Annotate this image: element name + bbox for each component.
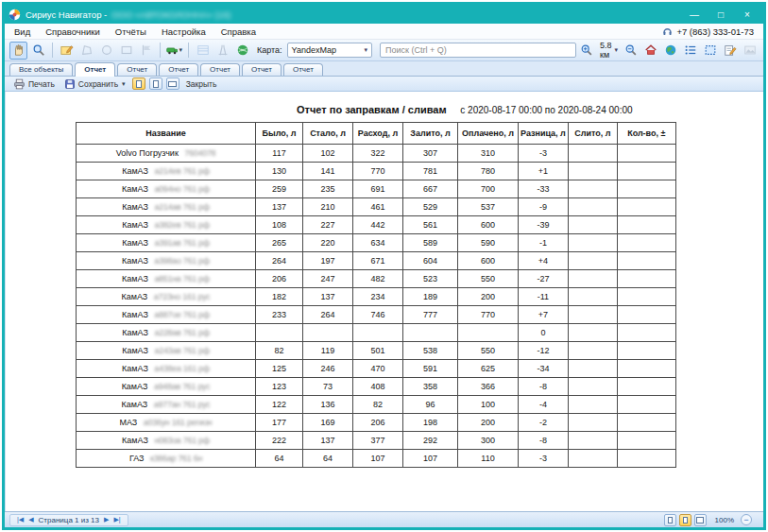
menu-view[interactable]: Вид bbox=[14, 26, 30, 37]
print-label: Печать bbox=[28, 79, 55, 89]
became-cell: 137 bbox=[303, 432, 353, 450]
filled-cell: 189 bbox=[403, 288, 458, 306]
normal-view-icon bbox=[668, 517, 673, 523]
count-cell bbox=[617, 342, 675, 360]
became-cell: 264 bbox=[303, 306, 353, 324]
globe-ball-icon bbox=[236, 43, 249, 57]
flag-icon bbox=[140, 43, 153, 57]
polygon-icon bbox=[80, 43, 94, 57]
menu-help[interactable]: Справка bbox=[221, 26, 256, 37]
vehicle-plate-redacted: а094но 761 рф bbox=[154, 184, 210, 194]
next-page-button[interactable]: ▶ bbox=[104, 516, 109, 523]
pan-hand-button[interactable] bbox=[9, 42, 27, 60]
chevron-down-icon: ▾ bbox=[365, 46, 368, 54]
consumption-cell: 206 bbox=[353, 414, 403, 432]
edit-note-button[interactable] bbox=[721, 42, 739, 60]
table-header-row: Название Было, л Стало, л Расход, л Зали… bbox=[77, 123, 676, 145]
difference-cell: -34 bbox=[519, 360, 569, 378]
fit-page-view-button[interactable] bbox=[149, 77, 162, 90]
table-row: КамАЗ а228ав 761 рф 0 bbox=[77, 324, 676, 342]
tab-report-5[interactable]: Отчет bbox=[242, 63, 282, 76]
fit-width-view-button[interactable] bbox=[166, 77, 179, 90]
dropdown-arrow: ▾ bbox=[179, 46, 182, 54]
count-cell bbox=[617, 234, 675, 252]
zoom-out-status-button[interactable]: − bbox=[741, 514, 752, 525]
vehicle-name-cell: КамАЗ а398ао 761 рф bbox=[77, 252, 256, 270]
menu-directories[interactable]: Справочники bbox=[45, 26, 100, 37]
close-button[interactable]: × bbox=[741, 9, 754, 20]
became-cell: 220 bbox=[303, 234, 353, 252]
became-cell bbox=[303, 324, 353, 342]
draw-flag-button[interactable] bbox=[137, 42, 155, 60]
drained-cell bbox=[568, 306, 617, 324]
draw-rectangle-button[interactable] bbox=[117, 42, 135, 60]
magnifier-plus-icon bbox=[580, 43, 593, 57]
was-cell: 177 bbox=[256, 414, 303, 432]
draw-circle-button[interactable] bbox=[97, 42, 115, 60]
search-input[interactable] bbox=[380, 43, 576, 58]
toolbar-separator bbox=[188, 43, 189, 58]
became-cell: 119 bbox=[303, 342, 353, 360]
became-cell: 246 bbox=[303, 360, 353, 378]
count-cell bbox=[617, 450, 675, 468]
vehicle-name: КамАЗ bbox=[122, 238, 148, 248]
prev-page-button[interactable]: ◀ bbox=[28, 516, 33, 523]
zoom-out-button[interactable] bbox=[622, 42, 640, 60]
menu-settings[interactable]: Настройка bbox=[162, 26, 206, 37]
two-page-view-button[interactable] bbox=[694, 514, 707, 526]
select-area-button[interactable] bbox=[701, 42, 719, 60]
map-scale-dropdown[interactable]: 5.8 км ▾ bbox=[600, 41, 618, 60]
vehicle-name-cell: КамАЗ а214ев 761 рф bbox=[77, 163, 256, 180]
title-bar: Сириус Навигатор - ООО «АВТОКОЛОННА» (15… bbox=[5, 5, 763, 24]
image-button[interactable] bbox=[741, 42, 759, 60]
menu-reports[interactable]: Отчёты bbox=[115, 26, 146, 37]
vehicle-plate-redacted: а851на 761 рф bbox=[154, 274, 210, 283]
consumption-cell: 377 bbox=[353, 432, 403, 450]
normal-view-button[interactable] bbox=[664, 514, 676, 526]
was-cell: 117 bbox=[256, 145, 303, 163]
table-row: КамАЗ а398ао 761 рф 264 197 671 604 600 … bbox=[77, 252, 676, 270]
map-provider-select[interactable]: YandexMap ▾ bbox=[287, 43, 372, 58]
page-layout-view-button[interactable] bbox=[679, 514, 691, 526]
paid-cell: 200 bbox=[458, 414, 519, 432]
first-page-button[interactable]: |◀ bbox=[17, 516, 24, 523]
consumption-cell: 322 bbox=[353, 145, 403, 163]
tab-report-3[interactable]: Отчет bbox=[159, 63, 198, 76]
zoom-in-button[interactable] bbox=[578, 42, 596, 60]
became-cell: 141 bbox=[303, 163, 353, 180]
road-view-button[interactable] bbox=[213, 42, 231, 60]
was-cell: 122 bbox=[256, 396, 303, 414]
services-button[interactable] bbox=[233, 42, 251, 60]
vehicle-plate-redacted: 7604078 bbox=[184, 148, 215, 158]
tab-report-2[interactable]: Отчет bbox=[117, 63, 157, 76]
print-button[interactable]: Печать bbox=[10, 77, 58, 91]
tab-report-4[interactable]: Отчет bbox=[200, 63, 240, 76]
table-row: КамАЗ н083оа 761 рф 222 137 377 292 300 … bbox=[77, 432, 676, 450]
vehicle-name: КамАЗ bbox=[122, 364, 148, 373]
close-report-button[interactable]: Закрыть bbox=[183, 78, 220, 90]
globe-button[interactable] bbox=[661, 42, 679, 60]
tab-report-active[interactable]: Отчет bbox=[75, 62, 115, 77]
maximize-button[interactable]: □ bbox=[714, 9, 727, 20]
count-cell bbox=[617, 216, 675, 234]
minimize-button[interactable]: — bbox=[688, 9, 701, 20]
edit-map-button[interactable] bbox=[58, 42, 76, 60]
last-page-button[interactable]: ▶| bbox=[113, 516, 120, 523]
count-cell bbox=[617, 306, 675, 324]
tab-report-6[interactable]: Отчет bbox=[283, 63, 323, 76]
zoom-tool-button[interactable] bbox=[29, 42, 47, 60]
object-list-button[interactable] bbox=[681, 42, 699, 60]
report-heading: Отчет по заправкам / сливам с 2020-08-17… bbox=[297, 104, 763, 115]
vehicle-tracking-button[interactable]: ▾ bbox=[165, 42, 183, 60]
was-cell: 123 bbox=[256, 378, 303, 396]
panel-view-button[interactable] bbox=[194, 42, 212, 60]
draw-polygon-button[interactable] bbox=[77, 42, 95, 60]
vehicle-name: КамАЗ bbox=[122, 256, 148, 266]
table-row: КамАЗ а382ев 761 рф 108 227 442 561 600 … bbox=[77, 216, 676, 234]
vehicle-name-cell: КамАЗ а887ое 761 рф bbox=[77, 306, 256, 324]
consumption-cell: 746 bbox=[353, 306, 403, 324]
save-button[interactable]: Сохранить ▾ bbox=[61, 77, 128, 91]
home-button[interactable] bbox=[641, 42, 659, 60]
single-page-view-button[interactable] bbox=[132, 77, 145, 90]
tab-all-objects[interactable]: Все объекты bbox=[9, 63, 73, 76]
